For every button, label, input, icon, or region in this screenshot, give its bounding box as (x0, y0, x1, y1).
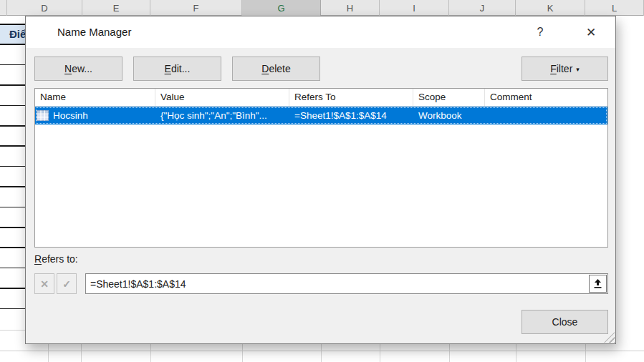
delete-button-label-rest: elete (269, 63, 290, 74)
refers-to-field-wrap (85, 273, 608, 294)
row-value-cell: {"Học sinh";"An";"Bình"... (155, 110, 289, 121)
new-button-label-rest: ew... (72, 63, 92, 74)
gridline (516, 344, 516, 362)
row-scope-cell: Workbook (413, 110, 485, 121)
column-header-spacer (0, 0, 7, 16)
dialog-titlebar[interactable]: Name Manager ? ✕ (26, 16, 615, 48)
table-icon (37, 110, 49, 121)
column-header-row: D E F G H I J K L (0, 0, 644, 16)
new-button-label: N (64, 63, 72, 74)
column-header-d[interactable]: D (7, 0, 82, 16)
table-row[interactable]: Hocsinh {"Học sinh";"An";"Bình"... =Shee… (35, 107, 607, 124)
chevron-down-icon: ▾ (576, 66, 580, 73)
sheet-table-rows[interactable] (0, 45, 25, 309)
gridline (0, 330, 25, 331)
collapse-dialog-button[interactable] (589, 275, 607, 293)
gridline (380, 344, 380, 362)
edit-button-label-rest: dit... (171, 63, 190, 74)
column-header-h[interactable]: H (321, 0, 380, 16)
column-header-g-selected[interactable]: G (242, 0, 321, 16)
delete-button[interactable]: Delete (232, 57, 320, 81)
edit-button[interactable]: Edit... (133, 57, 221, 81)
confirm-edit-button[interactable]: ✓ (57, 273, 77, 294)
filter-button-label-rest: ilter (557, 63, 573, 74)
column-header-i[interactable]: I (380, 0, 449, 16)
close-icon[interactable]: ✕ (580, 16, 602, 48)
gridline (48, 344, 49, 362)
dialog-title: Name Manager (57, 16, 131, 48)
sheet-header-cell[interactable]: Điể (0, 24, 25, 45)
column-header-j[interactable]: J (449, 0, 516, 16)
close-button[interactable]: Close (522, 310, 608, 334)
gridline (449, 344, 450, 362)
edit-button-label: E (165, 63, 171, 74)
delete-button-label: D (261, 63, 269, 74)
gridline (321, 344, 322, 362)
collapse-arrow-icon (593, 278, 602, 289)
column-header-f[interactable]: F (150, 0, 242, 16)
filter-button[interactable]: Filter ▾ (522, 57, 608, 81)
names-list-header: Name Value Refers To Scope Comment (35, 89, 607, 107)
header-name[interactable]: Name (35, 89, 155, 106)
name-manager-dialog: Name Manager ? ✕ New... Edit... Delete F… (25, 16, 616, 344)
filter-button-label: F (550, 63, 557, 74)
help-icon[interactable]: ? (532, 16, 549, 48)
header-scope[interactable]: Scope (413, 89, 485, 106)
column-header-l[interactable]: L (585, 0, 644, 16)
cancel-edit-button[interactable]: ✕ (34, 273, 54, 294)
new-button[interactable]: New... (34, 57, 122, 81)
refers-to-label-rest: efers to: (42, 253, 78, 265)
gridline (242, 344, 243, 362)
gridline (150, 344, 151, 362)
refers-to-label: Refers to: (34, 253, 78, 265)
header-comment[interactable]: Comment (485, 89, 607, 106)
row-name-text: Hocsinh (53, 110, 88, 121)
gridline (81, 344, 82, 362)
row-name-cell: Hocsinh (35, 110, 155, 121)
header-value[interactable]: Value (155, 89, 289, 106)
row-refers-cell: =Sheet1!$A$1:$A$14 (289, 110, 413, 121)
excel-window: D E F G H I J K L Điể Name Manager ? ✕ N… (0, 0, 644, 362)
names-list: Name Value Refers To Scope Comment (34, 88, 608, 248)
gridline (0, 351, 644, 351)
gridline (585, 344, 586, 362)
column-header-e[interactable]: E (82, 0, 150, 16)
refers-to-input[interactable] (86, 274, 588, 293)
refers-to-label-ak: R (34, 253, 42, 265)
column-header-k[interactable]: K (516, 0, 585, 16)
header-refers-to[interactable]: Refers To (289, 89, 413, 106)
